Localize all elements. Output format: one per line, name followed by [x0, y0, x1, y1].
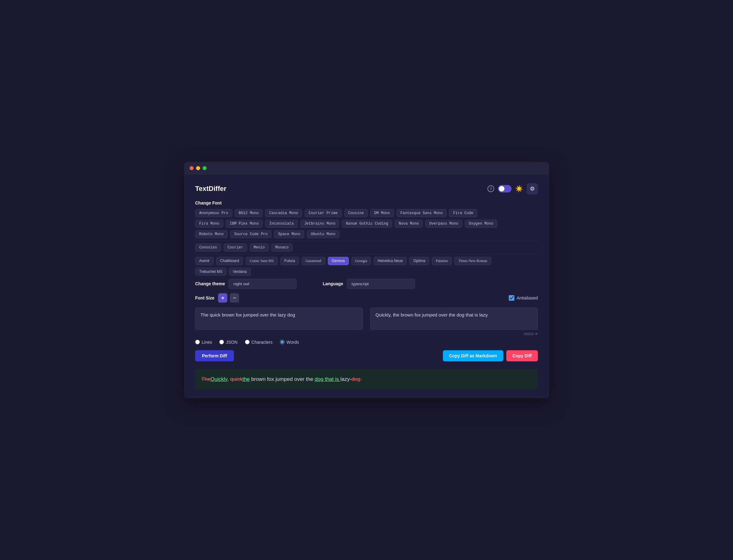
- font-consolas[interactable]: Consolas: [195, 243, 221, 252]
- font-monaco[interactable]: Monaco: [271, 243, 293, 252]
- words-label: Words: [287, 340, 299, 345]
- radio-lines[interactable]: [195, 340, 200, 344]
- font-verdana[interactable]: Verdana: [229, 268, 251, 276]
- font-inconsolata[interactable]: Inconsolata: [265, 220, 298, 228]
- font-ibm-plex-mono[interactable]: IBM Plex Mono: [226, 220, 263, 228]
- option-json[interactable]: JSON: [219, 340, 237, 345]
- font-roboto-mono[interactable]: Roboto Mono: [195, 230, 228, 238]
- lines-label: Lines: [202, 340, 212, 345]
- font-fantasque-sans-mono[interactable]: Fantasque Sans Mono: [396, 209, 447, 217]
- help-button[interactable]: ?: [487, 185, 494, 192]
- font-trebuchet[interactable]: Trebuchet MS: [195, 268, 226, 276]
- minimize-dot[interactable]: [196, 166, 200, 170]
- font-garamond[interactable]: Garamond: [302, 257, 326, 265]
- theme-input[interactable]: [229, 279, 297, 289]
- option-lines[interactable]: Lines: [195, 340, 212, 345]
- font-fira-code[interactable]: Fira Code: [449, 209, 477, 217]
- font-source-code-pro[interactable]: Source Code Pro: [230, 230, 272, 238]
- json-label: JSON: [226, 340, 237, 345]
- mono-font-row-3: Roboto Mono Source Code Pro Space Mono U…: [195, 230, 538, 238]
- diff-segment-dog-del: -dog.: [350, 376, 362, 382]
- font-size-controls: + −: [218, 293, 239, 303]
- text-input-2[interactable]: Quickly, the brown fox jumped over the d…: [370, 308, 538, 330]
- font-fira-mono[interactable]: Fira Mono: [195, 220, 223, 228]
- antialias-label: Antialiased: [517, 295, 538, 300]
- radio-words[interactable]: [280, 340, 285, 344]
- header-row: TextDiffer ? ☀️ ⚙: [195, 183, 538, 194]
- language-label: Language: [323, 281, 343, 286]
- font-georgia[interactable]: Georgia: [352, 257, 371, 265]
- diff-result: TheQuickly, quickthe brown fox jumped ov…: [195, 369, 538, 390]
- font-helvetica-neue[interactable]: Helvetica Neue: [373, 257, 407, 265]
- font-palatino[interactable]: Palatino: [432, 257, 452, 265]
- font-times-new-roman[interactable]: Times New Roman: [454, 257, 491, 265]
- radio-json[interactable]: [219, 340, 224, 344]
- theme-group: Change theme: [195, 279, 297, 289]
- theme-language-row: Change theme Language: [195, 279, 538, 289]
- maximize-dot[interactable]: [203, 166, 207, 170]
- mono-font-row-2: Fira Mono IBM Plex Mono Inconsolata Jetb…: [195, 220, 538, 228]
- font-cascadia-mono[interactable]: Cascadia Mono: [265, 209, 302, 217]
- font-futura[interactable]: Futura: [280, 257, 299, 265]
- perform-diff-button[interactable]: Perform Diff: [195, 350, 234, 361]
- font-chalkboard[interactable]: Chalkboard: [216, 257, 243, 265]
- right-buttons: Copy Diff as Markdown Copy Diff: [443, 350, 538, 361]
- header-icons: ? ☀️ ⚙: [487, 183, 538, 194]
- font-dm-mono[interactable]: DM Mono: [370, 209, 394, 217]
- text-input-1[interactable]: The quick brown fox jumped over the lazy…: [195, 308, 363, 330]
- diff-segment-dog-that-is-ins: dog that is: [315, 376, 340, 382]
- close-dot[interactable]: [190, 166, 194, 170]
- copy-diff-markdown-button[interactable]: Copy Diff as Markdown: [443, 350, 503, 361]
- font-space-mono[interactable]: Space Mono: [274, 230, 304, 238]
- theme-toggle[interactable]: [498, 185, 511, 192]
- serif-sans-row-2: Trebuchet MS Verdana: [195, 268, 538, 276]
- serif-sans-row-1: Avenir Chalkboard Comic Sans MS Futura G…: [195, 257, 538, 265]
- app-title: TextDiffer: [195, 185, 226, 193]
- settings-button[interactable]: ⚙: [527, 183, 538, 194]
- divider-2: [195, 254, 538, 254]
- font-size-row: Font Size + − Antialiased: [195, 293, 538, 303]
- font-jetbrains-mono[interactable]: Jetbrains Mono: [300, 220, 340, 228]
- font-oxygen-mono[interactable]: Oxygen Mono: [465, 220, 497, 228]
- font-overpass-mono[interactable]: Overpass Mono: [425, 220, 462, 228]
- font-section: Change Font Anonymous Pro B612 Mono Casc…: [195, 200, 538, 276]
- diff-segment-quick-del: quick: [230, 376, 243, 382]
- font-size-label: Font Size: [195, 295, 214, 300]
- font-cousine[interactable]: Cousine: [344, 209, 368, 217]
- characters-label: Characters: [252, 340, 273, 345]
- svg-text:?: ?: [489, 187, 492, 191]
- radio-characters[interactable]: [245, 340, 250, 344]
- antialias-checkbox[interactable]: [509, 295, 514, 301]
- main-content: TextDiffer ? ☀️ ⚙ Change Font: [184, 174, 549, 398]
- font-ubuntu-mono[interactable]: Ubuntu Mono: [307, 230, 339, 238]
- font-geneva[interactable]: Geneva: [328, 257, 349, 265]
- option-characters[interactable]: Characters: [245, 340, 273, 345]
- option-words[interactable]: Words: [280, 340, 299, 345]
- font-anonymous-pro[interactable]: Anonymous Pro: [195, 209, 232, 217]
- font-optima[interactable]: Optima: [409, 257, 429, 265]
- font-section-label: Change Font: [195, 200, 538, 205]
- font-menlo[interactable]: Menlo: [250, 243, 269, 252]
- font-nanum-gothic[interactable]: Nanum Gothic Coding: [342, 220, 392, 228]
- font-avenir[interactable]: Avenir: [195, 257, 214, 265]
- font-b612-mono[interactable]: B612 Mono: [235, 209, 263, 217]
- diff-segment-normal1: brown fox jumped over the: [250, 376, 315, 382]
- font-courier-prime[interactable]: Courier Prime: [305, 209, 342, 217]
- font-size-decrease-button[interactable]: −: [230, 293, 239, 303]
- font-comic-sans[interactable]: Comic Sans MS: [246, 257, 278, 265]
- actions-row: Perform Diff Copy Diff as Markdown Copy …: [195, 350, 538, 361]
- diff-segment-the-del: The: [201, 376, 210, 382]
- app-window: TextDiffer ? ☀️ ⚙ Change Font: [184, 162, 549, 398]
- font-nova-mono[interactable]: Nova Mono: [394, 220, 423, 228]
- language-input[interactable]: [347, 279, 415, 289]
- mono-font-row-1: Anonymous Pro B612 Mono Cascadia Mono Co…: [195, 209, 538, 217]
- diff-segment-the-ins: the: [243, 376, 250, 382]
- copy-diff-button[interactable]: Copy Diff: [506, 350, 538, 361]
- font-size-increase-button[interactable]: +: [218, 293, 227, 303]
- font-courier[interactable]: Courier: [224, 243, 247, 252]
- theme-label: Change theme: [195, 281, 225, 286]
- sun-icon: ☀️: [515, 185, 523, 192]
- diff-segment-quickly-ins: Quickly,: [210, 376, 229, 382]
- diff-segment-lazy: lazy: [341, 376, 350, 382]
- diff-options: Lines JSON Characters Words: [195, 340, 538, 345]
